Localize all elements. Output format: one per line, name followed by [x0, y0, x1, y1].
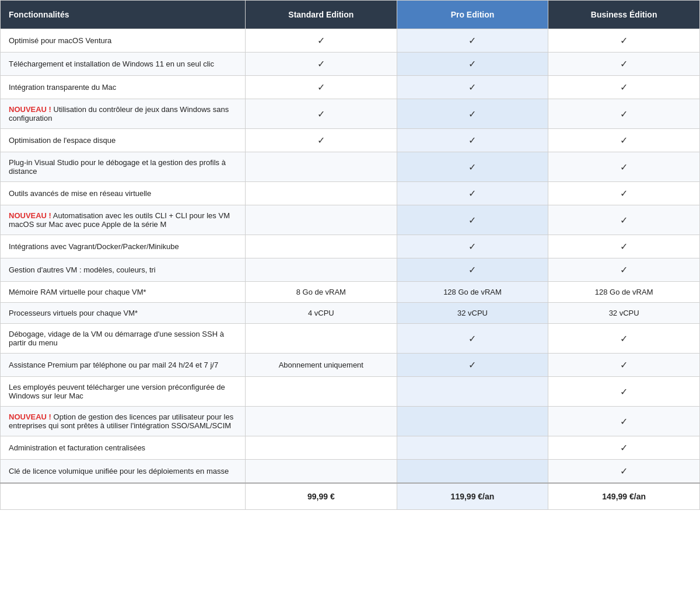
pro-cell [397, 377, 548, 407]
check-icon: ✓ [620, 360, 628, 370]
business-cell: ✓ [548, 377, 700, 407]
check-icon: ✓ [468, 162, 476, 172]
check-icon: ✓ [620, 36, 628, 46]
standard-cell: ✓ [246, 129, 397, 152]
business-cell: ✓ [548, 129, 700, 152]
table-row: Optimisé pour macOS Ventura✓✓✓ [1, 29, 700, 53]
feature-cell: Outils avancés de mise en réseau virtuel… [1, 182, 246, 205]
pro-cell: ✓ [397, 258, 548, 282]
table-row: Téléchargement et installation de Window… [1, 53, 700, 76]
check-icon: ✓ [620, 135, 628, 145]
pro-cell: ✓ [397, 152, 548, 182]
business-cell: ✓ [548, 53, 700, 76]
feature-cell: NOUVEAU ! Option de gestion des licences… [1, 407, 246, 436]
pro-cell: ✓ [397, 76, 548, 99]
check-icon: ✓ [468, 242, 476, 251]
table-row: NOUVEAU ! Utilisation du contrôleur de j… [1, 99, 700, 129]
check-icon: ✓ [317, 109, 325, 119]
pro-cell: ✓ [397, 29, 548, 53]
pro-cell: ✓ [397, 99, 548, 129]
check-icon: ✓ [620, 162, 628, 172]
nouveau-badge: NOUVEAU ! [9, 412, 51, 421]
standard-cell [246, 407, 397, 436]
table-row: Assistance Premium par téléphone ou par … [1, 354, 700, 377]
check-icon: ✓ [620, 466, 628, 476]
standard-cell: ✓ [246, 29, 397, 53]
table-row: Processeurs virtuels pour chaque VM*4 vC… [1, 303, 700, 324]
business-cell: ✓ [548, 205, 700, 235]
feature-cell: Intégration transparente du Mac [1, 76, 246, 99]
feature-cell: Optimisation de l'espace disque [1, 129, 246, 152]
check-icon: ✓ [620, 242, 628, 251]
pro-cell: ✓ [397, 53, 548, 76]
feature-cell: Processeurs virtuels pour chaque VM* [1, 303, 246, 324]
table-row: Mémoire RAM virtuelle pour chaque VM*8 G… [1, 282, 700, 303]
table-row: NOUVEAU ! Option de gestion des licences… [1, 407, 700, 436]
pro-cell [397, 460, 548, 484]
footer-empty [1, 483, 246, 510]
table-row: Clé de licence volumique unifiée pour le… [1, 460, 700, 484]
check-icon: ✓ [620, 417, 628, 426]
business-cell: ✓ [548, 235, 700, 258]
standard-cell: 4 vCPU [246, 303, 397, 324]
feature-cell: NOUVEAU ! Automatisation avec les outils… [1, 205, 246, 235]
standard-cell [246, 258, 397, 282]
check-icon: ✓ [317, 82, 325, 92]
feature-cell: NOUVEAU ! Utilisation du contrôleur de j… [1, 99, 246, 129]
table-row: Débogage, vidage de la VM ou démarrage d… [1, 324, 700, 354]
comparison-table: Fonctionnalités Standard Edition Pro Edi… [0, 0, 700, 510]
nouveau-badge: NOUVEAU ! [9, 105, 51, 114]
table-row: Intégration transparente du Mac✓✓✓ [1, 76, 700, 99]
business-price: 149,99 €/an [548, 483, 700, 510]
check-icon: ✓ [468, 82, 476, 92]
table-row: Outils avancés de mise en réseau virtuel… [1, 182, 700, 205]
pro-cell: ✓ [397, 235, 548, 258]
check-icon: ✓ [468, 265, 476, 275]
standard-cell: ✓ [246, 76, 397, 99]
standard-cell: ✓ [246, 53, 397, 76]
standard-cell: 8 Go de vRAM [246, 282, 397, 303]
check-icon: ✓ [468, 109, 476, 119]
header-business: Business Édition [548, 1, 700, 29]
check-icon: ✓ [468, 188, 476, 198]
business-cell: ✓ [548, 182, 700, 205]
check-icon: ✓ [468, 360, 476, 370]
feature-cell: Gestion d'autres VM : modèles, couleurs,… [1, 258, 246, 282]
table-row: Intégrations avec Vagrant/Docker/Packer/… [1, 235, 700, 258]
feature-cell: Téléchargement et installation de Window… [1, 53, 246, 76]
feature-cell: Administration et facturation centralisé… [1, 436, 246, 460]
header-standard: Standard Edition [246, 1, 397, 29]
standard-cell: Abonnement uniquement [246, 354, 397, 377]
check-icon: ✓ [620, 215, 628, 225]
table-row: Les employés peuvent télécharger une ver… [1, 377, 700, 407]
header-pro: Pro Edition [397, 1, 548, 29]
business-cell: ✓ [548, 76, 700, 99]
standard-cell [246, 460, 397, 484]
pro-price: 119,99 €/an [397, 483, 548, 510]
feature-cell: Intégrations avec Vagrant/Docker/Packer/… [1, 235, 246, 258]
business-cell: ✓ [548, 460, 700, 484]
feature-cell: Plug-in Visual Studio pour le débogage e… [1, 152, 246, 182]
check-icon: ✓ [317, 135, 325, 145]
business-cell: ✓ [548, 29, 700, 53]
check-icon: ✓ [468, 135, 476, 145]
nouveau-badge: NOUVEAU ! [9, 211, 51, 220]
check-icon: ✓ [620, 387, 628, 397]
standard-price: 99,99 € [246, 483, 397, 510]
header-feature: Fonctionnalités [1, 1, 246, 29]
check-icon: ✓ [620, 59, 628, 69]
pro-cell: ✓ [397, 182, 548, 205]
feature-cell: Débogage, vidage de la VM ou démarrage d… [1, 324, 246, 354]
standard-cell: ✓ [246, 99, 397, 129]
business-cell: ✓ [548, 354, 700, 377]
business-cell: 32 vCPU [548, 303, 700, 324]
business-cell: ✓ [548, 436, 700, 460]
standard-cell [246, 436, 397, 460]
check-icon: ✓ [317, 59, 325, 69]
pro-cell [397, 407, 548, 436]
business-cell: ✓ [548, 407, 700, 436]
table-row: NOUVEAU ! Automatisation avec les outils… [1, 205, 700, 235]
check-icon: ✓ [620, 443, 628, 453]
standard-cell [246, 152, 397, 182]
business-cell: ✓ [548, 152, 700, 182]
